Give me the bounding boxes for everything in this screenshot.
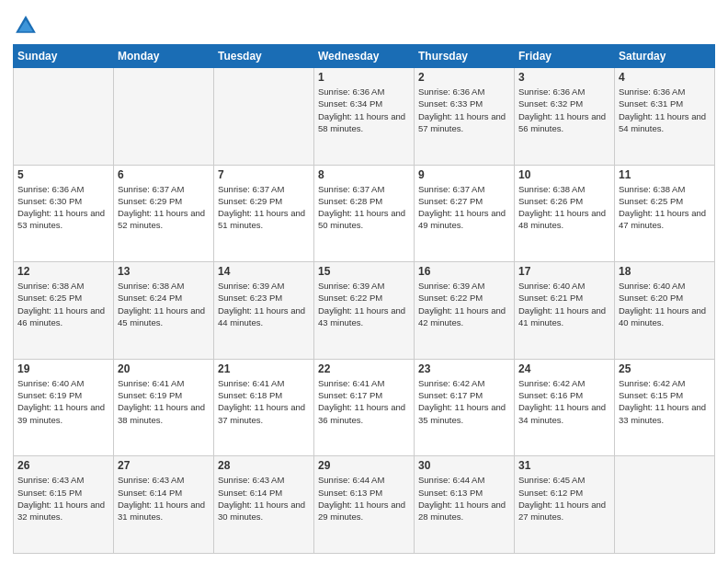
logo-icon — [13, 13, 39, 39]
calendar-cell: 22Sunrise: 6:41 AMSunset: 6:17 PMDayligh… — [314, 359, 415, 456]
calendar-cell: 11Sunrise: 6:38 AMSunset: 6:25 PMDayligh… — [615, 165, 715, 262]
cell-info: Sunrise: 6:41 AMSunset: 6:19 PMDaylight:… — [118, 377, 210, 426]
calendar-cell: 9Sunrise: 6:37 AMSunset: 6:27 PMDaylight… — [415, 165, 515, 262]
day-number: 1 — [318, 71, 410, 84]
calendar-cell: 16Sunrise: 6:39 AMSunset: 6:22 PMDayligh… — [415, 262, 515, 360]
week-row-4: 19Sunrise: 6:40 AMSunset: 6:19 PMDayligh… — [14, 359, 715, 456]
day-number: 13 — [118, 265, 210, 278]
weekday-header-wednesday: Wednesday — [314, 45, 415, 68]
calendar-cell: 23Sunrise: 6:42 AMSunset: 6:17 PMDayligh… — [415, 359, 515, 456]
header — [13, 9, 715, 39]
cell-info: Sunrise: 6:43 AMSunset: 6:15 PMDaylight:… — [17, 474, 109, 523]
cell-info: Sunrise: 6:36 AMSunset: 6:31 PMDaylight:… — [619, 86, 711, 134]
weekday-header-row: SundayMondayTuesdayWednesdayThursdayFrid… — [14, 45, 715, 68]
calendar-cell: 31Sunrise: 6:45 AMSunset: 6:12 PMDayligh… — [515, 456, 615, 554]
cell-info: Sunrise: 6:40 AMSunset: 6:20 PMDaylight:… — [619, 280, 711, 328]
calendar-cell: 12Sunrise: 6:38 AMSunset: 6:25 PMDayligh… — [14, 262, 114, 360]
calendar-cell: 29Sunrise: 6:44 AMSunset: 6:13 PMDayligh… — [314, 456, 415, 554]
cell-info: Sunrise: 6:36 AMSunset: 6:32 PMDaylight:… — [518, 86, 610, 134]
calendar-cell — [214, 68, 314, 166]
calendar-cell: 15Sunrise: 6:39 AMSunset: 6:22 PMDayligh… — [314, 262, 415, 360]
weekday-header-tuesday: Tuesday — [214, 45, 314, 68]
calendar-cell: 18Sunrise: 6:40 AMSunset: 6:20 PMDayligh… — [615, 262, 715, 360]
page: SundayMondayTuesdayWednesdayThursdayFrid… — [0, 0, 728, 563]
calendar-cell: 4Sunrise: 6:36 AMSunset: 6:31 PMDaylight… — [615, 68, 715, 166]
day-number: 18 — [619, 265, 711, 278]
day-number: 20 — [118, 362, 210, 375]
day-number: 30 — [418, 459, 510, 472]
day-number: 21 — [218, 362, 310, 375]
day-number: 25 — [619, 362, 711, 375]
cell-info: Sunrise: 6:37 AMSunset: 6:29 PMDaylight:… — [118, 183, 210, 232]
day-number: 10 — [518, 168, 610, 181]
calendar-cell: 5Sunrise: 6:36 AMSunset: 6:30 PMDaylight… — [14, 165, 114, 262]
calendar-table: SundayMondayTuesdayWednesdayThursdayFrid… — [13, 44, 715, 554]
cell-info: Sunrise: 6:37 AMSunset: 6:28 PMDaylight:… — [318, 183, 410, 232]
calendar-cell: 1Sunrise: 6:36 AMSunset: 6:34 PMDaylight… — [314, 68, 415, 166]
cell-info: Sunrise: 6:44 AMSunset: 6:13 PMDaylight:… — [418, 474, 510, 523]
cell-info: Sunrise: 6:42 AMSunset: 6:17 PMDaylight:… — [418, 377, 510, 426]
cell-info: Sunrise: 6:42 AMSunset: 6:16 PMDaylight:… — [518, 377, 610, 426]
calendar-cell: 17Sunrise: 6:40 AMSunset: 6:21 PMDayligh… — [515, 262, 615, 360]
logo — [13, 13, 42, 39]
calendar-cell: 14Sunrise: 6:39 AMSunset: 6:23 PMDayligh… — [214, 262, 314, 360]
week-row-3: 12Sunrise: 6:38 AMSunset: 6:25 PMDayligh… — [14, 262, 715, 360]
calendar-cell — [14, 68, 114, 166]
weekday-header-sunday: Sunday — [14, 45, 114, 68]
day-number: 27 — [118, 459, 210, 472]
day-number: 11 — [619, 168, 711, 181]
day-number: 24 — [518, 362, 610, 375]
calendar-cell: 30Sunrise: 6:44 AMSunset: 6:13 PMDayligh… — [415, 456, 515, 554]
weekday-header-friday: Friday — [515, 45, 615, 68]
day-number: 31 — [518, 459, 610, 472]
day-number: 22 — [318, 362, 410, 375]
cell-info: Sunrise: 6:37 AMSunset: 6:29 PMDaylight:… — [218, 183, 310, 232]
cell-info: Sunrise: 6:36 AMSunset: 6:33 PMDaylight:… — [418, 86, 510, 134]
weekday-header-thursday: Thursday — [415, 45, 515, 68]
calendar-cell: 10Sunrise: 6:38 AMSunset: 6:26 PMDayligh… — [515, 165, 615, 262]
cell-info: Sunrise: 6:38 AMSunset: 6:24 PMDaylight:… — [118, 280, 210, 328]
day-number: 2 — [418, 71, 510, 84]
cell-info: Sunrise: 6:42 AMSunset: 6:15 PMDaylight:… — [619, 377, 711, 426]
day-number: 19 — [17, 362, 109, 375]
cell-info: Sunrise: 6:45 AMSunset: 6:12 PMDaylight:… — [518, 474, 610, 523]
calendar-cell — [615, 456, 715, 554]
calendar-cell: 25Sunrise: 6:42 AMSunset: 6:15 PMDayligh… — [615, 359, 715, 456]
calendar-cell: 8Sunrise: 6:37 AMSunset: 6:28 PMDaylight… — [314, 165, 415, 262]
calendar-cell: 21Sunrise: 6:41 AMSunset: 6:18 PMDayligh… — [214, 359, 314, 456]
day-number: 6 — [118, 168, 210, 181]
day-number: 15 — [318, 265, 410, 278]
calendar-cell: 13Sunrise: 6:38 AMSunset: 6:24 PMDayligh… — [114, 262, 214, 360]
cell-info: Sunrise: 6:36 AMSunset: 6:34 PMDaylight:… — [318, 86, 410, 134]
calendar-cell: 2Sunrise: 6:36 AMSunset: 6:33 PMDaylight… — [415, 68, 515, 166]
calendar-cell: 3Sunrise: 6:36 AMSunset: 6:32 PMDaylight… — [515, 68, 615, 166]
cell-info: Sunrise: 6:44 AMSunset: 6:13 PMDaylight:… — [318, 474, 410, 523]
week-row-1: 1Sunrise: 6:36 AMSunset: 6:34 PMDaylight… — [14, 68, 715, 166]
cell-info: Sunrise: 6:43 AMSunset: 6:14 PMDaylight:… — [118, 474, 210, 523]
calendar-cell — [114, 68, 214, 166]
calendar-cell: 27Sunrise: 6:43 AMSunset: 6:14 PMDayligh… — [114, 456, 214, 554]
cell-info: Sunrise: 6:41 AMSunset: 6:18 PMDaylight:… — [218, 377, 310, 426]
day-number: 29 — [318, 459, 410, 472]
day-number: 14 — [218, 265, 310, 278]
cell-info: Sunrise: 6:43 AMSunset: 6:14 PMDaylight:… — [218, 474, 310, 523]
day-number: 9 — [418, 168, 510, 181]
day-number: 5 — [17, 168, 109, 181]
cell-info: Sunrise: 6:41 AMSunset: 6:17 PMDaylight:… — [318, 377, 410, 426]
calendar-cell: 26Sunrise: 6:43 AMSunset: 6:15 PMDayligh… — [14, 456, 114, 554]
calendar-cell: 24Sunrise: 6:42 AMSunset: 6:16 PMDayligh… — [515, 359, 615, 456]
cell-info: Sunrise: 6:37 AMSunset: 6:27 PMDaylight:… — [418, 183, 510, 232]
calendar-cell: 28Sunrise: 6:43 AMSunset: 6:14 PMDayligh… — [214, 456, 314, 554]
day-number: 28 — [218, 459, 310, 472]
day-number: 17 — [518, 265, 610, 278]
week-row-5: 26Sunrise: 6:43 AMSunset: 6:15 PMDayligh… — [14, 456, 715, 554]
weekday-header-saturday: Saturday — [615, 45, 715, 68]
cell-info: Sunrise: 6:38 AMSunset: 6:25 PMDaylight:… — [619, 183, 711, 232]
week-row-2: 5Sunrise: 6:36 AMSunset: 6:30 PMDaylight… — [14, 165, 715, 262]
day-number: 7 — [218, 168, 310, 181]
day-number: 12 — [17, 265, 109, 278]
cell-info: Sunrise: 6:39 AMSunset: 6:22 PMDaylight:… — [318, 280, 410, 328]
day-number: 4 — [619, 71, 711, 84]
cell-info: Sunrise: 6:40 AMSunset: 6:19 PMDaylight:… — [17, 377, 109, 426]
cell-info: Sunrise: 6:38 AMSunset: 6:25 PMDaylight:… — [17, 280, 109, 328]
